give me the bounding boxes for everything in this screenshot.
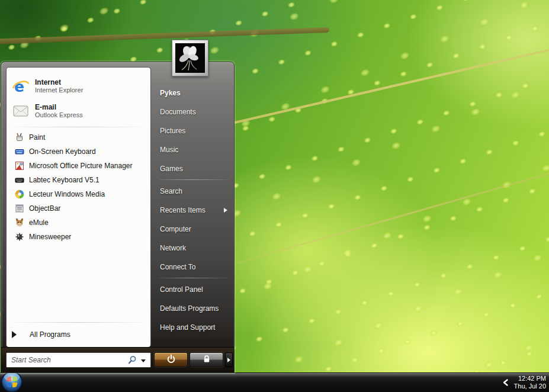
menu-item-search[interactable]: Search	[151, 182, 234, 201]
menu-item-windows-media[interactable]: Lecteur Windows Media	[7, 187, 150, 201]
pinned-programs: e Internet Internet Explorer	[7, 68, 150, 123]
right-triangle-icon	[12, 331, 17, 338]
right-triangle-icon	[227, 358, 230, 362]
all-programs-label: All Programs	[30, 330, 70, 339]
search-options-caret-icon[interactable]	[141, 359, 146, 362]
system-tray: 12:42 PM Thu, Jul 20	[502, 373, 546, 392]
start-menu: e Internet Internet Explorer	[1, 62, 235, 373]
menu-item-label: ObjectBar	[29, 204, 60, 213]
objectbar-icon	[14, 204, 24, 214]
menu-item-label: Microsoft Office Picture Manager	[29, 162, 133, 170]
menu-item-minesweeper[interactable]: Minesweeper	[7, 230, 150, 244]
menu-item-labtec-keyboard[interactable]: Labtec Keyboard V5.1	[7, 173, 150, 187]
pinned-item-title: Internet	[35, 78, 83, 86]
separator	[159, 278, 229, 278]
menu-item-label: Recents Items	[160, 206, 206, 214]
separator	[12, 322, 145, 323]
user-name[interactable]: Pykes	[151, 83, 234, 102]
menu-item-music[interactable]: Music	[151, 140, 234, 159]
paint-icon	[14, 133, 24, 143]
labtec-keyboard-icon	[14, 175, 24, 185]
picture-manager-icon	[14, 161, 24, 171]
menu-item-objectbar[interactable]: ObjectBar	[7, 201, 150, 216]
white-flower-photo-icon	[175, 43, 205, 73]
clock-date: Thu, Jul 20	[514, 383, 546, 390]
start-search-input[interactable]	[7, 356, 127, 364]
menu-item-label: Paint	[29, 133, 45, 142]
clock-time: 12:42 PM	[514, 375, 546, 383]
pinned-item-subtitle: Outlook Express	[35, 111, 83, 119]
menu-item-documents[interactable]: Documents	[151, 102, 234, 121]
search-box	[6, 352, 151, 368]
padlock-icon	[202, 354, 211, 366]
windows-media-player-icon	[14, 189, 24, 200]
user-avatar[interactable]	[172, 40, 208, 76]
on-screen-keyboard-icon	[14, 147, 24, 157]
left-chevron-icon[interactable]	[502, 378, 509, 387]
internet-explorer-icon: e	[12, 77, 30, 95]
left-panel-spacer	[7, 244, 150, 319]
start-menu-left-panel: e Internet Internet Explorer	[6, 67, 151, 348]
emule-icon	[14, 218, 24, 228]
menu-item-internet[interactable]: e Internet Internet Explorer	[7, 73, 150, 98]
menu-item-help-and-support[interactable]: Help and Support	[151, 318, 234, 337]
start-menu-right-panel: Pykes Documents Pictures Music Games Sea…	[151, 83, 234, 337]
pinned-item-subtitle: Internet Explorer	[35, 86, 83, 94]
menu-item-email[interactable]: E-mail Outlook Express	[7, 98, 150, 123]
email-envelope-icon	[12, 102, 30, 120]
svg-text:e: e	[14, 78, 24, 94]
menu-item-computer[interactable]: Computer	[151, 220, 234, 239]
power-button[interactable]	[154, 352, 188, 367]
menu-item-emule[interactable]: eMule	[7, 216, 150, 230]
start-menu-bottom-band	[1, 347, 234, 372]
menu-item-games[interactable]: Games	[151, 159, 234, 178]
menu-item-label: On-Screen Keyboard	[29, 147, 96, 156]
menu-item-label: Labtec Keyboard V5.1	[29, 176, 99, 184]
menu-item-pictures[interactable]: Pictures	[151, 121, 234, 140]
menu-item-on-screen-keyboard[interactable]: On-Screen Keyboard	[7, 144, 150, 159]
minesweeper-icon	[14, 232, 24, 242]
shutdown-options-button[interactable]	[225, 352, 233, 367]
menu-item-label: eMule	[29, 219, 49, 227]
separator	[12, 127, 145, 127]
windows-orb-icon	[1, 385, 23, 392]
menu-item-network[interactable]: Network	[151, 239, 234, 258]
menu-item-default-programs[interactable]: Defaults Programs	[151, 299, 234, 318]
magnifier-icon[interactable]	[127, 355, 137, 365]
menu-item-label: Minesweeper	[29, 233, 71, 241]
start-button[interactable]	[1, 371, 23, 392]
menu-item-recent-items[interactable]: Recents Items	[151, 201, 234, 220]
menu-item-picture-manager[interactable]: Microsoft Office Picture Manager	[7, 159, 150, 173]
lock-button[interactable]	[190, 352, 223, 367]
all-programs-button[interactable]: All Programs	[7, 326, 150, 347]
menu-item-connect-to[interactable]: Connect To	[151, 258, 234, 277]
separator	[159, 179, 229, 180]
menu-item-label: Lecteur Windows Media	[29, 190, 105, 198]
pinned-item-title: E-mail	[35, 103, 83, 111]
taskbar-clock[interactable]: 12:42 PM Thu, Jul 20	[514, 375, 546, 390]
submenu-arrow-icon	[224, 208, 227, 213]
menu-item-control-panel[interactable]: Control Panel	[151, 280, 234, 299]
taskbar: 12:42 PM Thu, Jul 20	[0, 372, 549, 392]
menu-item-paint[interactable]: Paint	[7, 130, 150, 144]
power-icon	[166, 354, 176, 366]
